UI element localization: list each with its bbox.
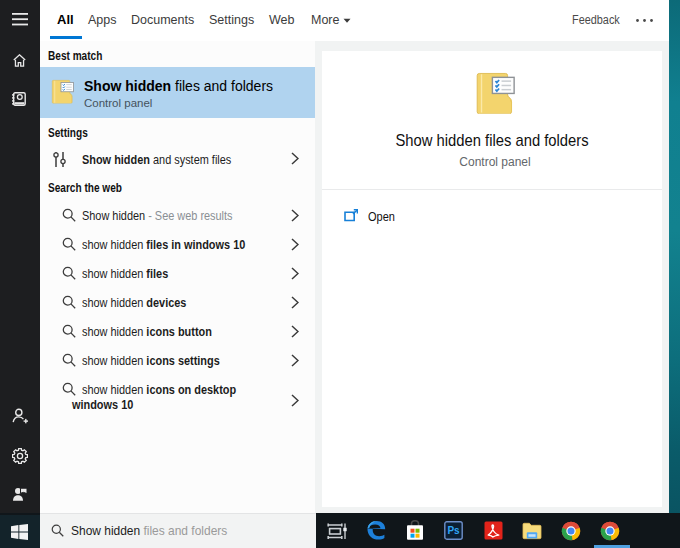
svg-text:Ps: Ps bbox=[447, 525, 460, 536]
